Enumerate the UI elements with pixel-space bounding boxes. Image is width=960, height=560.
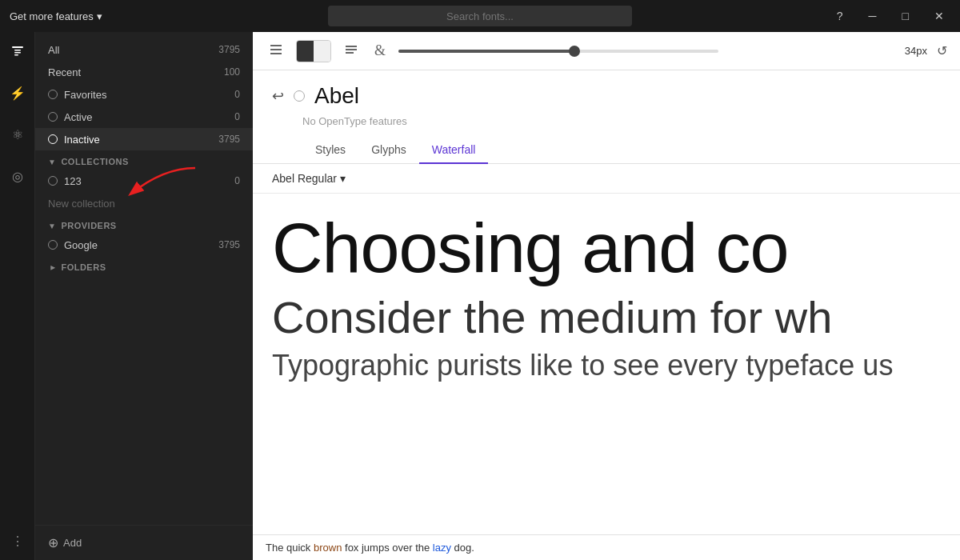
main-content: ⚡ ⚛ ◎ ⋮ All 3795 Recent 100 xyxy=(0,32,960,560)
circle-icon-inactive xyxy=(48,134,58,144)
nav-item-recent-label: Recent xyxy=(48,66,224,78)
dropdown-icon: ▾ xyxy=(340,172,346,185)
variant-select[interactable]: Abel Regular ▾ xyxy=(272,172,346,185)
atom-icon: ⚛ xyxy=(12,127,23,142)
nav-item-all[interactable]: All 3795 xyxy=(35,38,253,61)
preview-text-part2: fox jumps over the xyxy=(342,542,432,554)
light-swatch xyxy=(314,41,330,62)
nav-item-google[interactable]: Google 3795 xyxy=(35,234,253,256)
circle-icon-active xyxy=(48,112,58,122)
font-status-circle xyxy=(294,90,305,102)
nav-item-active-label: Active xyxy=(64,111,234,123)
sidebar-icon-bolt[interactable]: ⚡ xyxy=(5,80,30,106)
bolt-icon: ⚡ xyxy=(10,86,26,101)
plus-icon: ⊕ xyxy=(48,535,58,550)
chevron-right-icon-folders: ▼ xyxy=(48,263,57,271)
features-button[interactable]: Get more features ▾ xyxy=(10,10,102,22)
nav-item-inactive-count: 3795 xyxy=(218,134,240,145)
preview-text-blue: lazy xyxy=(433,542,451,554)
svg-rect-0 xyxy=(12,46,23,48)
sidebar-icon-fonts[interactable] xyxy=(5,38,30,64)
new-collection-label: New collection xyxy=(48,198,115,210)
waterfall-content: Choosing and co Consider the medium for … xyxy=(253,194,960,534)
providers-header[interactable]: ▼ PROVIDERS xyxy=(35,214,253,234)
features-label: Get more features xyxy=(10,10,94,22)
window-controls: ? ─ □ ✕ xyxy=(830,7,950,25)
nav-item-active[interactable]: Active 0 xyxy=(35,106,253,128)
back-button[interactable]: ↩ xyxy=(272,87,284,105)
providers-label: PROVIDERS xyxy=(61,221,116,230)
circle-icon-google xyxy=(48,240,58,250)
svg-rect-7 xyxy=(270,53,282,54)
chevron-down-icon: ▼ xyxy=(48,158,56,166)
folders-label: FOLDERS xyxy=(61,262,106,272)
dark-swatch xyxy=(297,41,314,62)
svg-rect-6 xyxy=(270,49,282,50)
slider-track xyxy=(398,50,574,53)
font-size-slider[interactable] xyxy=(398,50,718,53)
nav-item-favorites-count: 0 xyxy=(234,89,240,100)
list-view-icon[interactable] xyxy=(266,39,286,63)
search-input[interactable] xyxy=(328,6,632,26)
font-tabs: Styles Glyphs Waterfall xyxy=(302,137,941,163)
nav-item-recent-count: 100 xyxy=(224,66,240,78)
nav-item-all-label: All xyxy=(48,44,218,56)
font-variant-bar: Abel Regular ▾ xyxy=(253,164,960,194)
variant-label: Abel Regular xyxy=(272,172,337,185)
slider-thumb[interactable] xyxy=(569,46,580,57)
preview-bar: The quick brown fox jumps over the lazy … xyxy=(253,534,960,560)
theme-swatch[interactable] xyxy=(296,40,331,62)
preview-text-part3: dog. xyxy=(451,542,474,554)
reset-icon[interactable]: ↺ xyxy=(937,43,947,58)
chevron-down-icon-providers: ▼ xyxy=(48,222,56,230)
svg-rect-1 xyxy=(14,50,21,51)
svg-rect-3 xyxy=(14,54,18,56)
minimize-button[interactable]: ─ xyxy=(862,7,883,25)
collections-label: COLLECTIONS xyxy=(61,157,128,166)
collections-header[interactable]: ▼ COLLECTIONS xyxy=(35,150,253,170)
add-button[interactable]: ⊕ Add xyxy=(35,525,253,560)
chevron-down-icon: ▾ xyxy=(97,10,102,22)
nav-item-123-count: 0 xyxy=(234,175,240,186)
nav-item-collection-123[interactable]: 123 0 xyxy=(35,170,253,192)
help-button[interactable]: ? xyxy=(830,7,850,25)
nav-item-favorites-label: Favorites xyxy=(64,89,234,101)
new-collection-button[interactable]: New collection xyxy=(35,192,253,214)
tab-glyphs[interactable]: Glyphs xyxy=(358,137,419,164)
nav-item-recent[interactable]: Recent 100 xyxy=(35,61,253,83)
tab-styles[interactable]: Styles xyxy=(302,137,358,164)
nav-item-google-label: Google xyxy=(64,239,218,251)
more-icon: ⋮ xyxy=(11,534,24,549)
svg-rect-2 xyxy=(14,52,21,54)
tab-waterfall[interactable]: Waterfall xyxy=(419,137,489,164)
maximize-button[interactable]: □ xyxy=(896,7,915,25)
svg-rect-5 xyxy=(270,45,282,46)
nav-item-all-count: 3795 xyxy=(218,44,240,55)
svg-rect-10 xyxy=(346,52,354,54)
nav-item-active-count: 0 xyxy=(234,111,240,122)
ampersand-icon[interactable]: & xyxy=(371,39,389,62)
podcast-icon: ◎ xyxy=(12,169,23,184)
right-panel: & 34px ↺ ↩ Abel No OpenType features Sty… xyxy=(253,32,960,560)
folders-header[interactable]: ▼ FOLDERS xyxy=(35,256,253,275)
circle-icon-123 xyxy=(48,176,58,186)
close-button[interactable]: ✕ xyxy=(928,7,950,25)
waterfall-line-small: Typographic purists like to see every ty… xyxy=(272,347,941,385)
font-toolbar: & 34px ↺ xyxy=(253,32,960,70)
nav-item-inactive-label: Inactive xyxy=(64,134,218,146)
sidebar-icon-atom[interactable]: ⚛ xyxy=(5,122,30,147)
svg-rect-9 xyxy=(346,49,357,50)
left-panel-scroll: All 3795 Recent 100 Favorites 0 Active 0… xyxy=(35,32,253,525)
sidebar-icon-more[interactable]: ⋮ xyxy=(5,528,30,554)
waterfall-line-large: Choosing and co xyxy=(272,210,941,287)
preview-text-brown: brown xyxy=(314,542,342,554)
circle-icon-favorites xyxy=(48,90,58,99)
align-icon[interactable] xyxy=(341,39,362,63)
icon-sidebar: ⚡ ⚛ ◎ ⋮ xyxy=(0,32,35,560)
nav-item-inactive[interactable]: Inactive 3795 xyxy=(35,128,253,150)
font-header-top: ↩ Abel xyxy=(272,83,941,109)
titlebar: Get more features ▾ ? ─ □ ✕ xyxy=(0,0,960,32)
sidebar-icon-podcast[interactable]: ◎ xyxy=(5,163,30,189)
add-label: Add xyxy=(63,537,82,549)
nav-item-favorites[interactable]: Favorites 0 xyxy=(35,83,253,106)
